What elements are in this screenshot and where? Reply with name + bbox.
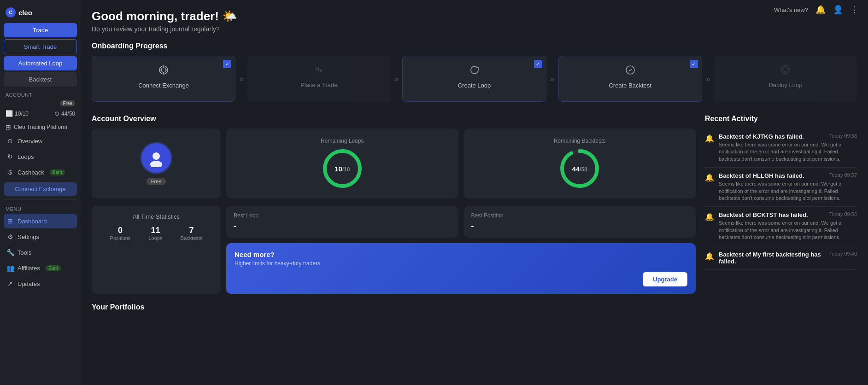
remaining-loops-value: 10/10 [334,165,350,173]
sidebar-item-overview[interactable]: ⊙ Overview [4,134,77,148]
activity-list: 🔔 Backtest of KJTKG has failed. Today 09… [705,128,857,270]
sidebar-item-overview-label: Overview [18,138,42,145]
account-section-label: Account [4,88,77,99]
sidebar-item-loops-label: Loops [18,153,34,160]
activity-item-4-title: Backtest of My first backtesting has fai… [719,251,829,265]
sidebar-item-settings[interactable]: ⚙ Settings [4,229,77,244]
sidebar: C cleo Trade Smart Trade Automated Loop … [0,0,81,385]
step-label-deploy-loop: Deploy Loop [768,82,802,88]
best-position-card: Best Position - [464,206,696,238]
backtests-stat-value: 44/50 [61,111,75,117]
activity-item-4-time: Today 09:40 [829,251,857,257]
activity-item-3-time: Today 09:56 [829,211,857,217]
cashback-earn-badge: Earn [50,169,65,175]
need-more-card: Need more? Higher limits for heavy-duty … [226,243,696,294]
bell-icon-4: 🔔 [705,252,714,265]
greeting-subtitle: Do you review your trading journal regul… [92,25,857,33]
svg-point-11 [152,152,160,160]
sidebar-item-settings-label: Settings [18,233,39,240]
sidebar-item-updates[interactable]: ↗ Updates [4,276,77,291]
activity-item-3-title: Backtest of BCKTST has failed. [719,211,808,218]
remaining-backtests-label: Remaining Backtests [554,138,606,144]
loops-stat-value: 10/10 [15,111,29,117]
whats-new-link[interactable]: What's new? [774,6,808,13]
remaining-loops-label: Remaining Loops [321,138,364,144]
overview-icon: ⊙ [6,137,14,145]
backtests-stat: ⊙ 44/50 [54,110,75,117]
upgrade-button[interactable]: Upgrade [643,272,687,286]
user-profile-icon[interactable]: 👤 [833,5,843,15]
step-place-trade[interactable]: Place a Trade [247,56,390,102]
backtests-all-time-stat: 7 Backtests [181,226,203,241]
onboarding-arrow-3: » [546,74,558,84]
recent-activity-title: Recent Activity [705,115,857,123]
backtest-button[interactable]: Backtest [4,72,77,87]
more-menu-icon[interactable]: ⋮ [850,5,859,15]
step-label-create-backtest: Create Backtest [609,82,651,89]
step-connect-exchange[interactable]: ✓ Connect Exchange [92,56,235,102]
svg-point-6 [316,68,317,69]
free-badge: Free [60,100,75,106]
svg-point-10 [783,67,788,72]
remaining-loops-card: Remaining Loops 10/10 [226,128,458,198]
activity-item-3-content: Backtest of BCKTST has failed. Today 09:… [719,211,857,241]
all-time-stats-row: 0 Positions 11 Loops 7 Backtests [101,226,211,241]
topbar: What's new? 🔔 👤 ⋮ [765,0,868,19]
sidebar-item-tools[interactable]: 🔧 Tools [4,245,77,260]
step-label-place-trade: Place a Trade [300,82,337,88]
sidebar-item-cashback[interactable]: $ Cashback Earn [4,165,77,180]
list-item: 🔔 Backtest of HLLGH has failed. Today 09… [705,168,857,207]
onboarding-bar: ✓ Connect Exchange » Place a Trade » ✓ [92,56,857,102]
sidebar-item-affiliates[interactable]: 👥 Affiliates Earn [4,261,77,275]
sidebar-divider [4,199,77,200]
activity-item-1-row: Backtest of KJTKG has failed. Today 09:5… [719,133,857,140]
greeting-section: Good morning, trader! 🌤️ Do you review y… [92,9,857,33]
all-time-title: All Time Statistics [101,213,211,220]
activity-item-4-row: Backtest of My first backtesting has fai… [719,251,857,265]
step-check-create-loop: ✓ [534,60,542,68]
cashback-icon: $ [6,169,14,176]
step-deploy-loop[interactable]: Deploy Loop [714,56,857,102]
bell-icon-3: 🔔 [705,212,714,241]
best-loop-value: - [234,222,451,231]
onboarding-section: Onboarding Progress ✓ Connect Exchange »… [92,42,857,102]
need-more-subtitle: Higher limits for heavy-duty traders [235,260,687,267]
loops-all-time-label: Loops [148,235,162,241]
activity-item-2-time: Today 09:57 [829,172,857,178]
backtests-all-time-label: Backtests [181,235,203,241]
step-check-connect-exchange: ✓ [223,60,231,68]
trade-button[interactable]: Trade [4,23,77,37]
positions-label: Positions [110,235,131,241]
user-avatar [140,142,172,174]
best-position-value: - [471,222,689,231]
step-check-create-backtest: ✓ [690,60,698,68]
grid-icon: ⊞ [6,123,11,131]
greeting-title: Good morning, trader! 🌤️ [92,9,857,23]
connect-exchange-button[interactable]: Connect Exchange [4,182,77,196]
need-more-title: Need more? [235,251,687,258]
tools-icon: 🔧 [6,249,14,256]
svg-point-7 [321,70,322,72]
updates-icon: ↗ [6,280,14,287]
svg-point-3 [161,68,166,72]
bell-icon-1: 🔔 [705,134,714,163]
sidebar-item-loops[interactable]: ↻ Loops [4,149,77,164]
all-time-stats-card: All Time Statistics 0 Positions 11 Loops… [92,206,221,294]
remaining-loops-progress: 10/10 [322,148,363,189]
best-loop-card: Best Loop - [226,206,458,238]
recent-activity-section: Recent Activity 🔔 Backtest of KJTKG has … [705,115,857,311]
stats-row: ⬜ 10/10 ⊙ 44/50 [4,108,77,121]
activity-item-1-desc: Seems like there was some error on our e… [719,141,857,163]
sidebar-item-dashboard[interactable]: ⊞ Dashboard [4,214,77,228]
account-overview-title: Account Overview [92,115,696,123]
list-item: 🔔 Backtest of KJTKG has failed. Today 09… [705,128,857,168]
step-create-loop[interactable]: ✓ Create Loop [402,56,546,102]
automated-loop-button[interactable]: Automated Loop [4,56,77,70]
account-overview-section: Account Overview Free Remaining Loops [92,115,696,311]
step-create-backtest[interactable]: ✓ Create Backtest [558,56,702,102]
sidebar-item-dashboard-label: Dashboard [18,218,47,225]
smart-trade-button[interactable]: Smart Trade [4,39,77,54]
activity-item-2-row: Backtest of HLLGH has failed. Today 09:5… [719,172,857,179]
affiliates-icon: 👥 [6,264,14,272]
notification-bell-icon[interactable]: 🔔 [815,5,826,15]
